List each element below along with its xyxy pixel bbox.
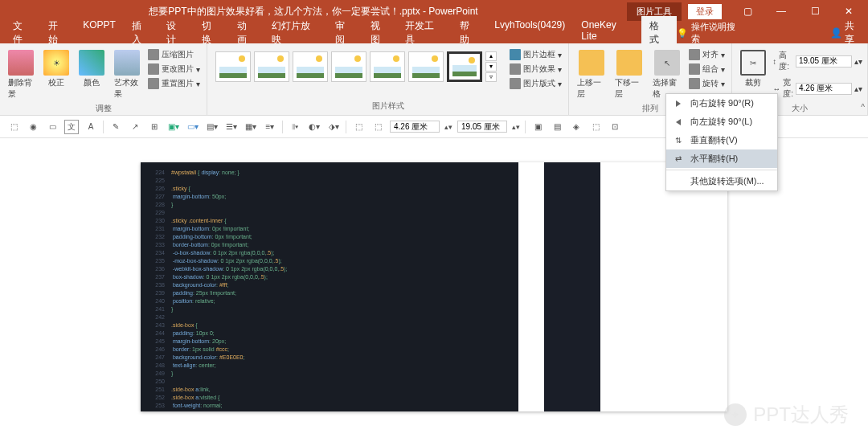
reset-picture-button[interactable]: 重置图片▾: [146, 77, 202, 90]
picture-code-right[interactable]: [544, 162, 600, 411]
login-button[interactable]: 登录: [688, 4, 722, 19]
ribbon-group-adjust: 删除背景 ☀校正 颜色 艺术效果 压缩图片 更改图片▾ 重置图片▾ 调整: [0, 43, 207, 115]
style-thumb[interactable]: [408, 51, 444, 82]
slide[interactable]: 224#wpstatall { display: none; }225226.s…: [141, 162, 727, 411]
style-thumb[interactable]: [293, 51, 328, 82]
width-input[interactable]: [796, 83, 852, 95]
minimize-icon[interactable]: —: [765, 2, 797, 21]
remove-background-button[interactable]: 删除背景: [5, 48, 37, 101]
qb-textbox-icon[interactable]: 文: [64, 120, 79, 134]
flip-vertical-icon: ⇅: [673, 135, 684, 146]
corrections-button[interactable]: ☀校正: [40, 48, 72, 90]
qb-icon[interactable]: ◐▾: [307, 120, 321, 134]
gallery-more-icon[interactable]: ▿: [485, 72, 497, 82]
rotate-right-90-item[interactable]: 向右旋转 90°(R): [666, 94, 777, 113]
more-rotation-options-item[interactable]: 其他旋转选项(M)...: [666, 172, 777, 190]
qb-icon[interactable]: ▣: [530, 120, 545, 134]
picture-code-left[interactable]: 224#wpstatall { display: none; }225226.s…: [141, 162, 518, 411]
wechat-icon: ✦: [724, 403, 747, 426]
flip-horizontal-icon: ⇄: [673, 153, 684, 165]
qb-icon[interactable]: ◈: [569, 120, 583, 134]
qb-height-input[interactable]: [457, 121, 507, 133]
spinner-icon[interactable]: ▴▾: [854, 84, 862, 93]
dropdown-separator: [666, 170, 777, 170]
picture-layout-button[interactable]: 图片版式▾: [508, 77, 563, 90]
qb-icon[interactable]: ▤▾: [205, 120, 219, 134]
color-button[interactable]: 颜色: [76, 48, 108, 90]
width-icon: ↔: [772, 84, 780, 93]
qb-icon[interactable]: ⬚: [351, 120, 366, 134]
slide-whitespace: [600, 162, 727, 411]
compress-pictures-button[interactable]: 压缩图片: [146, 48, 202, 61]
qb-icon[interactable]: ▤: [550, 120, 564, 134]
picture-gap: [518, 162, 544, 411]
style-thumb[interactable]: [254, 51, 289, 82]
qb-icon[interactable]: A: [84, 120, 98, 134]
qb-icon[interactable]: ⬗▾: [326, 120, 341, 134]
style-thumb[interactable]: [331, 51, 366, 82]
qb-icon[interactable]: ⊡: [608, 120, 622, 134]
picture-border-button[interactable]: 图片边框▾: [508, 48, 563, 61]
qb-align-icon[interactable]: ⫴▾: [288, 120, 302, 134]
rotate-left-icon: [673, 117, 684, 128]
style-thumb[interactable]: [447, 51, 482, 82]
gallery-down-icon[interactable]: ▾: [485, 62, 497, 72]
qb-eyedropper-icon[interactable]: ✎: [108, 120, 123, 134]
lightbulb-icon: 💡: [677, 28, 688, 39]
gallery-up-icon[interactable]: ▴: [485, 51, 497, 61]
collapse-ribbon-icon[interactable]: ^: [861, 103, 865, 112]
qb-icon[interactable]: ≡▾: [263, 120, 277, 134]
qb-icon[interactable]: ▭: [45, 120, 59, 134]
rotate-dropdown-menu: 向右旋转 90°(R) 向左旋转 90°(L) ⇅垂直翻转(V) ⇄水平翻转(H…: [665, 93, 778, 191]
group-button[interactable]: 组合▾: [687, 63, 727, 76]
style-thumb[interactable]: [215, 51, 251, 82]
align-button[interactable]: 对齐▾: [687, 48, 727, 61]
crop-button[interactable]: ✂裁剪: [737, 48, 769, 90]
qb-icon[interactable]: ⊞: [147, 120, 162, 134]
qb-icon[interactable]: ☰▾: [224, 120, 239, 134]
picture-effects-button[interactable]: 图片效果▾: [508, 63, 563, 76]
ribbon-group-styles: ▴ ▾ ▿ 图片边框▾ 图片效果▾ 图片版式▾ 图片样式: [207, 43, 569, 115]
rotate-left-90-item[interactable]: 向左旋转 90°(L): [666, 113, 777, 131]
watermark: ✦ PPT达人秀: [724, 402, 849, 428]
bring-forward-button[interactable]: 上移一层: [574, 48, 608, 101]
height-input-row: ↕ 高度: ▴▾: [772, 50, 862, 72]
rotate-right-icon: [673, 98, 684, 109]
send-backward-button[interactable]: 下移一层: [612, 48, 646, 101]
height-icon: ↕: [772, 57, 776, 66]
rotate-button[interactable]: 旋转▾: [687, 77, 727, 90]
spinner-icon[interactable]: ▴▾: [854, 57, 862, 66]
flip-horizontal-item[interactable]: ⇄水平翻转(H): [666, 149, 777, 168]
qb-outline-icon[interactable]: ▭▾: [186, 120, 200, 134]
share-button[interactable]: 👤 共享: [830, 19, 863, 47]
picture-styles-gallery[interactable]: ▴ ▾ ▿: [212, 48, 500, 85]
artistic-effects-button[interactable]: 艺术效果: [111, 48, 143, 101]
flip-vertical-item[interactable]: ⇅垂直翻转(V): [666, 131, 777, 149]
width-input-row: ↔ 宽度: ▴▾: [772, 77, 862, 100]
style-thumb[interactable]: [370, 51, 405, 82]
tell-me-search[interactable]: 💡 操作说明搜索: [677, 21, 743, 45]
close-icon[interactable]: ✕: [833, 2, 865, 21]
maximize-icon[interactable]: ☐: [799, 2, 831, 21]
qb-icon[interactable]: ◉: [26, 120, 40, 134]
qb-icon[interactable]: ⬚: [6, 120, 21, 134]
change-picture-button[interactable]: 更改图片▾: [146, 63, 202, 76]
height-input[interactable]: [796, 55, 852, 68]
ribbon-display-icon[interactable]: ▢: [731, 2, 764, 21]
qb-icon[interactable]: ⬚: [588, 120, 603, 134]
qb-icon[interactable]: ↗: [128, 120, 142, 134]
share-icon: 👤: [830, 27, 842, 39]
qb-width-input[interactable]: [390, 121, 440, 133]
qb-icon[interactable]: ▦▾: [244, 120, 258, 134]
menu-bar: 文件开始KOPPT插入设计切换动画幻灯片放映审阅视图开发工具帮助LvyhTool…: [0, 23, 868, 43]
qb-icon[interactable]: ⬚: [371, 120, 385, 134]
qb-fill-icon[interactable]: ▣▾: [166, 120, 181, 134]
